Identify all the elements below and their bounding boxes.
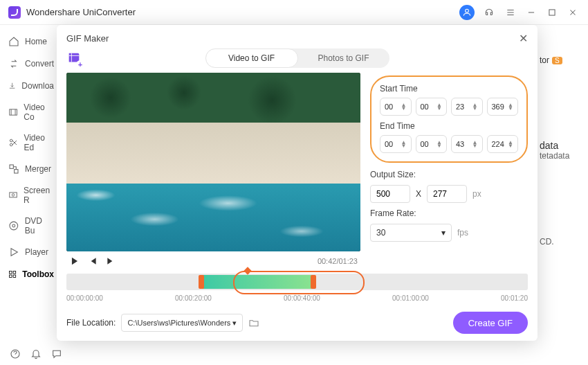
- account-button[interactable]: [459, 5, 475, 20]
- svg-rect-13: [13, 271, 16, 274]
- time-range-group: Start Time 00▲▼ 00▲▼ 23▲▼ 369▲▼ End Time…: [370, 75, 528, 163]
- fps-unit: fps: [457, 228, 468, 238]
- sidebar-item-dvd-burner[interactable]: DVD Bu: [0, 211, 62, 241]
- svg-rect-2: [10, 109, 17, 115]
- close-icon[interactable]: ✕: [519, 32, 528, 45]
- svg-rect-14: [10, 275, 12, 278]
- timeline-track[interactable]: [66, 274, 528, 290]
- svg-point-3: [10, 139, 12, 142]
- sidebar-item-label: Convert: [25, 59, 54, 69]
- prev-frame-button[interactable]: [87, 256, 98, 267]
- sidebar-item-downloader[interactable]: Downloa: [0, 75, 62, 97]
- mode-segmented: Video to GIF Photos to GIF: [205, 48, 389, 68]
- title-actions: [459, 5, 580, 20]
- feedback-button[interactable]: [51, 348, 62, 362]
- minimize-button[interactable]: [524, 6, 538, 19]
- output-width-input[interactable]: [370, 185, 410, 203]
- trim-end-handle[interactable]: [311, 275, 316, 289]
- end-mm-stepper[interactable]: 00▲▼: [416, 135, 448, 153]
- app-title: Wondershare UniConverter: [26, 7, 459, 17]
- start-ss-stepper[interactable]: 23▲▼: [451, 98, 483, 116]
- trim-start-handle[interactable]: [199, 275, 204, 289]
- statusbar: [0, 344, 72, 365]
- sidebar: Home Convert Downloa Video Co Video Ed M…: [0, 25, 62, 344]
- svg-rect-15: [13, 275, 16, 278]
- sidebar-item-converter[interactable]: Convert: [0, 53, 62, 75]
- play-button[interactable]: [69, 256, 80, 267]
- selection-clip[interactable]: [201, 275, 314, 289]
- gif-maker-modal: GIF Maker ✕ + Video to GIF Photos to GIF…: [57, 25, 538, 341]
- support-button[interactable]: [481, 5, 497, 20]
- start-mm-stepper[interactable]: 00▲▼: [416, 98, 448, 116]
- svg-rect-12: [10, 271, 12, 274]
- create-gif-button[interactable]: Create GIF: [453, 312, 528, 334]
- svg-marker-11: [11, 249, 17, 256]
- svg-point-9: [10, 222, 18, 230]
- sidebar-item-label: Toolbox: [22, 269, 54, 279]
- sidebar-item-label: Screen R: [24, 186, 54, 205]
- next-frame-button[interactable]: [105, 256, 116, 267]
- sidebar-item-player[interactable]: Player: [0, 241, 62, 263]
- start-hh-stepper[interactable]: 00▲▼: [380, 98, 412, 116]
- sidebar-item-label: Player: [25, 247, 48, 257]
- modal-title: GIF Maker: [66, 33, 519, 44]
- sidebar-item-label: DVD Bu: [25, 216, 54, 235]
- frame-rate-select[interactable]: 30▾: [370, 224, 452, 242]
- svg-point-8: [12, 194, 15, 197]
- sidebar-item-toolbox[interactable]: Toolbox: [0, 263, 62, 285]
- open-folder-button[interactable]: [248, 317, 259, 328]
- app-logo-icon: [8, 6, 21, 19]
- px-unit: px: [472, 189, 481, 199]
- svg-rect-1: [549, 9, 555, 15]
- frame-rate-label: Frame Rate:: [370, 208, 528, 218]
- sidebar-item-label: Home: [25, 37, 47, 46]
- file-location-select[interactable]: C:\Users\ws\Pictures\Wonders▾: [121, 314, 243, 332]
- sidebar-item-video-editor[interactable]: Video Ed: [0, 127, 62, 158]
- sidebar-item-merger[interactable]: Merger: [0, 158, 62, 180]
- file-location-label: File Location:: [66, 318, 116, 328]
- output-size-label: Output Size:: [370, 170, 528, 179]
- chevron-down-icon: ▾: [232, 319, 237, 328]
- chevron-down-icon: ▾: [441, 228, 445, 238]
- tab-photos-to-gif[interactable]: Photos to GIF: [298, 48, 389, 68]
- sidebar-item-screen-recorder[interactable]: Screen R: [0, 180, 62, 211]
- end-hh-stepper[interactable]: 00▲▼: [380, 135, 412, 153]
- svg-rect-5: [10, 165, 13, 168]
- close-button[interactable]: [566, 6, 580, 19]
- start-ms-stepper[interactable]: 369▲▼: [487, 98, 519, 116]
- svg-rect-6: [15, 170, 18, 173]
- sidebar-item-label: Video Ed: [24, 133, 54, 152]
- add-media-icon[interactable]: +: [66, 51, 82, 66]
- svg-point-10: [12, 224, 15, 227]
- sidebar-item-video-compressor[interactable]: Video Co: [0, 97, 62, 127]
- end-ss-stepper[interactable]: 43▲▼: [451, 135, 483, 153]
- notifications-button[interactable]: [30, 348, 42, 362]
- svg-marker-16: [72, 258, 77, 265]
- svg-rect-7: [10, 193, 17, 197]
- menu-button[interactable]: [504, 6, 517, 19]
- player-time: 00:42/01:23: [318, 257, 358, 265]
- sidebar-item-label: Downloa: [21, 81, 54, 91]
- svg-point-4: [10, 143, 12, 146]
- svg-point-0: [466, 9, 469, 12]
- timeline: 00:00:00:00 00:00:20:00 00:00:40:00 00:0…: [57, 274, 538, 305]
- sidebar-item-label: Video Co: [24, 103, 54, 122]
- tab-video-to-gif[interactable]: Video to GIF: [205, 48, 298, 68]
- sidebar-item-home[interactable]: Home: [0, 30, 62, 53]
- titlebar: Wondershare UniConverter: [0, 0, 588, 25]
- video-preview[interactable]: [66, 73, 360, 251]
- sidebar-item-label: Merger: [25, 164, 51, 174]
- timeline-ticks: 00:00:00:00 00:00:20:00 00:00:40:00 00:0…: [66, 294, 528, 305]
- start-time-label: Start Time: [380, 84, 518, 94]
- x-separator: X: [416, 189, 421, 199]
- end-time-label: End Time: [380, 121, 518, 131]
- player-controls: 00:42/01:23: [66, 251, 360, 271]
- end-ms-stepper[interactable]: 224▲▼: [487, 135, 519, 153]
- maximize-button[interactable]: [545, 6, 559, 19]
- background-panel: torS data tetadata CD.: [540, 55, 581, 247]
- help-button[interactable]: [10, 348, 21, 362]
- output-height-input[interactable]: [427, 185, 467, 203]
